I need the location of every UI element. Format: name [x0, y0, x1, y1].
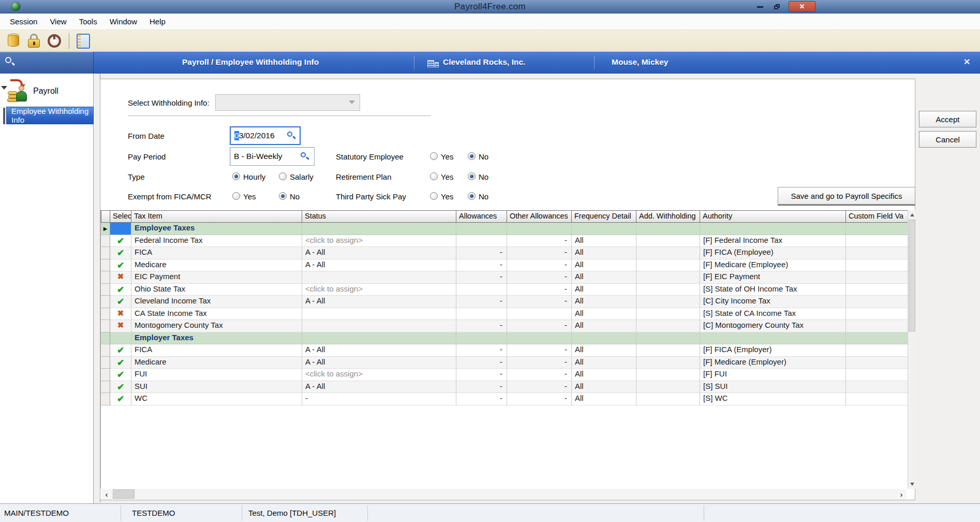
- tax-row[interactable]: ✖EIC Payment--All[F] EIC Payment: [101, 271, 915, 284]
- custom-field-cell[interactable]: [846, 259, 908, 272]
- authority-cell[interactable]: [C] City Income Tax: [700, 296, 846, 308]
- row-indicator-cell[interactable]: [101, 247, 110, 259]
- custom-field-cell[interactable]: [846, 247, 908, 259]
- cancel-button[interactable]: Cancel: [919, 131, 976, 148]
- tax-item-cell[interactable]: Federal Income Tax: [131, 235, 302, 248]
- tax-item-cell[interactable]: FICA: [131, 247, 302, 259]
- horizontal-scrollbar[interactable]: ‹ ›: [101, 489, 907, 499]
- authority-cell[interactable]: [F] Federal Income Tax: [700, 235, 846, 248]
- tax-row[interactable]: ✔Federal Income Tax<click to assign>-All…: [101, 235, 915, 248]
- row-indicator-cell[interactable]: [101, 271, 110, 284]
- tax-row[interactable]: ✔FICAA - All--All[F] FICA (Employee): [101, 247, 915, 259]
- status-cell[interactable]: [302, 308, 456, 321]
- custom-field-cell[interactable]: [846, 284, 908, 296]
- authority-cell[interactable]: [F] Medicare (Employer): [700, 357, 846, 369]
- sick-pay-no-radio[interactable]: [468, 192, 476, 200]
- breadcrumb-company[interactable]: Cleveland Rocks, Inc.: [443, 57, 525, 67]
- add-withholding-cell[interactable]: [636, 357, 700, 369]
- add-withholding-cell[interactable]: [636, 308, 700, 321]
- other-allowances-cell[interactable]: -: [507, 247, 572, 259]
- status-cell[interactable]: <click to assign>: [302, 235, 456, 248]
- authority-cell[interactable]: [F] FICA (Employee): [700, 247, 846, 259]
- scroll-left-icon[interactable]: ‹: [101, 489, 112, 499]
- allowances-cell[interactable]: -: [456, 393, 507, 405]
- custom-field-cell[interactable]: [846, 369, 908, 381]
- authority-cell[interactable]: [F] FICA (Employer): [700, 344, 846, 357]
- group-row[interactable]: ▶Employee Taxes: [101, 223, 915, 235]
- check-icon[interactable]: ✔: [110, 235, 131, 248]
- authority-cell[interactable]: [F] Medicare (Employee): [700, 259, 846, 272]
- tax-item-cell[interactable]: SUI: [131, 381, 302, 394]
- type-salarly-radio[interactable]: [279, 172, 287, 180]
- allowances-cell[interactable]: -: [456, 247, 507, 259]
- frequency-detail-cell[interactable]: All: [572, 284, 636, 296]
- allowances-cell[interactable]: -: [456, 369, 507, 381]
- date-lookup-icon[interactable]: [287, 131, 296, 140]
- tax-row[interactable]: ✔WC---All[S] WC: [101, 393, 915, 405]
- check-icon[interactable]: ✔: [110, 344, 131, 357]
- tax-item-cell[interactable]: Ohio State Tax: [131, 284, 302, 296]
- frequency-detail-cell[interactable]: All: [572, 271, 636, 284]
- current-row-indicator[interactable]: ▶: [101, 223, 110, 235]
- add-withholding-cell[interactable]: [636, 284, 700, 296]
- frequency-detail-cell[interactable]: All: [572, 369, 636, 381]
- row-indicator-cell[interactable]: [101, 284, 110, 296]
- status-cell[interactable]: [302, 320, 456, 332]
- close-window-button[interactable]: ✕: [789, 1, 815, 12]
- add-withholding-cell[interactable]: [636, 393, 700, 405]
- vertical-scrollbar[interactable]: [908, 210, 915, 489]
- allowances-cell[interactable]: -: [456, 320, 507, 332]
- x-icon[interactable]: ✖: [110, 308, 131, 321]
- custom-field-cell[interactable]: [846, 381, 908, 394]
- collapse-arrow-icon[interactable]: [1, 86, 7, 90]
- row-indicator-cell[interactable]: [101, 259, 110, 272]
- add-withholding-cell[interactable]: [636, 235, 700, 248]
- row-indicator-cell[interactable]: [101, 320, 110, 332]
- authority-cell[interactable]: [S] State of CA Income Tax: [700, 308, 846, 321]
- vertical-scroll-thumb[interactable]: [909, 220, 915, 331]
- row-indicator-cell[interactable]: [101, 296, 110, 308]
- other-allowances-cell[interactable]: -: [507, 369, 572, 381]
- other-allowances-cell[interactable]: -: [507, 284, 572, 296]
- check-icon[interactable]: ✔: [110, 284, 131, 296]
- status-cell[interactable]: A - All: [302, 357, 456, 369]
- sidebar-item-payroll[interactable]: Payroll: [7, 78, 90, 105]
- lock-icon[interactable]: [25, 32, 43, 50]
- select-cell[interactable]: [110, 223, 131, 235]
- authority-cell[interactable]: [F] EIC Payment: [700, 271, 846, 284]
- authority-cell[interactable]: [C] Montogomery County Tax: [700, 320, 846, 332]
- custom-field-cell[interactable]: [846, 271, 908, 284]
- custom-field-cell[interactable]: [846, 235, 908, 248]
- other-allowances-cell[interactable]: -: [507, 381, 572, 394]
- frequency-detail-cell[interactable]: All: [572, 235, 636, 248]
- add-withholding-cell[interactable]: [636, 247, 700, 259]
- row-indicator-cell[interactable]: [101, 393, 110, 405]
- frequency-detail-cell[interactable]: All: [572, 393, 636, 405]
- add-withholding-cell[interactable]: [636, 344, 700, 357]
- custom-field-cell[interactable]: [846, 344, 908, 357]
- withholding-info-select[interactable]: [215, 94, 360, 111]
- other-allowances-cell[interactable]: -: [507, 320, 572, 332]
- check-icon[interactable]: ✔: [110, 381, 131, 394]
- menu-session[interactable]: Session: [4, 15, 43, 28]
- authority-cell[interactable]: [S] WC: [700, 393, 846, 405]
- database-icon[interactable]: [5, 32, 23, 50]
- other-allowances-cell[interactable]: -: [507, 259, 572, 272]
- tax-row[interactable]: ✔MedicareA - All--All[F] Medicare (Emplo…: [101, 259, 915, 272]
- row-indicator-cell[interactable]: [101, 381, 110, 394]
- accept-button[interactable]: Accept: [919, 111, 976, 127]
- exempt-no-radio[interactable]: [279, 192, 287, 200]
- add-withholding-cell[interactable]: [636, 271, 700, 284]
- tax-item-cell[interactable]: Cleveland Income Tax: [131, 296, 302, 308]
- retirement-no-radio[interactable]: [468, 172, 476, 180]
- retirement-yes-radio[interactable]: [430, 172, 438, 180]
- row-indicator-cell[interactable]: [101, 235, 110, 248]
- sick-pay-yes-radio[interactable]: [430, 192, 438, 200]
- status-cell[interactable]: <click to assign>: [302, 369, 456, 381]
- row-indicator-cell[interactable]: [101, 332, 110, 345]
- minimize-button[interactable]: [753, 3, 767, 11]
- breadcrumb-employee[interactable]: Mouse, Mickey: [612, 57, 668, 67]
- frequency-detail-cell[interactable]: All: [572, 259, 636, 272]
- tax-item-cell[interactable]: EIC Payment: [131, 271, 302, 284]
- search-icon[interactable]: [5, 57, 16, 67]
